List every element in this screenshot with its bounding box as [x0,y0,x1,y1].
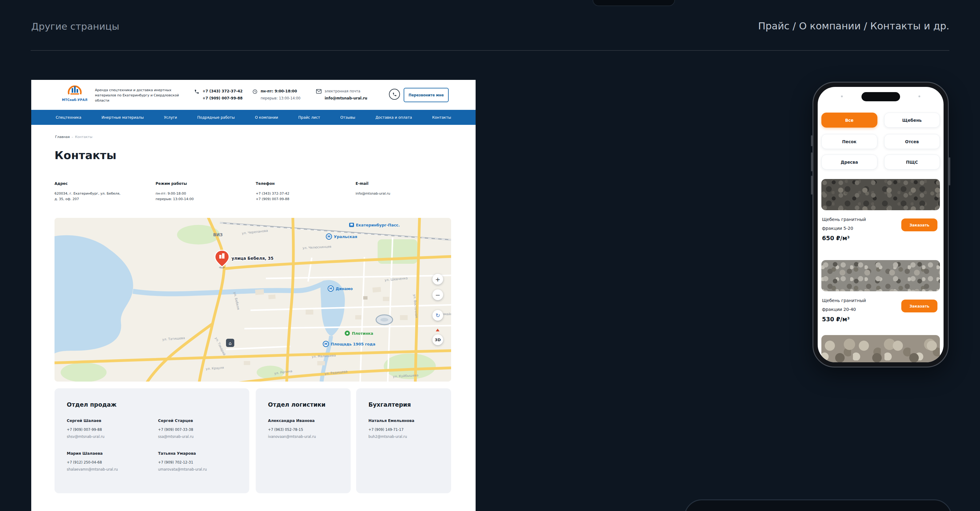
work-break: перерыв: 13:00-14:00 [261,95,301,102]
page-title: Контакты [54,149,116,162]
zoom-out-button[interactable]: − [433,289,443,300]
person-name: Татьяна Умарова [158,451,237,455]
contact-person: Наталья Емельянова +7 (909) 149-71-17 bu… [368,418,439,439]
nav-item-delivery[interactable]: Доставка и оплата [375,115,412,120]
metro-label-dinamo: Динамо [336,286,353,291]
stadium-icon [376,315,393,325]
breadcrumb-separator: – [72,135,73,139]
filter-chip-all[interactable]: Все [821,113,877,128]
nav-item-reviews[interactable]: Отзывы [340,115,355,120]
card-title: Отдел логистики [268,401,339,408]
header-phone-1[interactable]: +7 (343) 372-37-42 [202,88,243,95]
phone-screen: Все Щебень Песок Отсев Дресва ПЩС Щебень… [818,87,943,362]
person-phone[interactable]: +7 (909) 702-12-31 [158,460,237,465]
map[interactable]: ⌂ ВИЗ Екатеринбург-Пасс. М Уральская М [54,218,451,382]
clock-icon [252,89,258,102]
info-email: E-mail info@mtsnab-ural.ru [356,181,390,197]
person-email[interactable]: umarovata@mtsnab-ural.ru [158,467,237,471]
nav-item-uslugi[interactable]: Услуги [164,115,177,120]
info-email-value[interactable]: info@mtsnab-ural.ru [356,191,390,197]
nav-item-about[interactable]: О компании [255,115,278,120]
header-phone-2[interactable]: +7 (909) 007-99-88 [202,95,243,102]
site-header: МТСнаб-УРАЛ Аренда спецтехники и доставк… [31,80,476,110]
header-hours: пн-пт: 9:00-18:00 перерыв: 13:00-14:00 [252,88,301,102]
person-name: Сергей Старцев [158,418,237,423]
product-price-2: 530 ₽/м³ [822,316,850,322]
svg-text:М: М [329,287,332,290]
product-title-1: Щебень гранитный фракции 5-20 [822,215,879,233]
artboard: Другие страницы Прайс / О компании / Кон… [0,0,980,511]
person-phone[interactable]: +7 (912) 250-04-68 [67,460,146,465]
person-phone[interactable]: +7 (909) 149-71-17 [368,427,439,432]
person-phone[interactable]: +7 (963) 052-78-15 [268,427,339,432]
landmark-label: Плотинка [352,331,373,336]
mail-icon [316,89,321,102]
person-phone[interactable]: +7 (909) 007-33-38 [158,427,237,432]
department-card-logistics: Отдел логистики Александра Иванова +7 (9… [256,388,351,493]
logo-text: МТСнаб-УРАЛ [60,98,89,102]
person-email[interactable]: ivanovaan@mtsnab-ural.ru [268,435,339,439]
contact-info-row: Адрес 620034, г. Екатеринбург, ул. Бебел… [54,181,451,212]
zoom-in-button[interactable]: + [433,274,443,284]
whatsapp-icon[interactable] [389,89,400,100]
nav-item-spectehnika[interactable]: Спецтехника [56,115,81,120]
filter-chip-otsev[interactable]: Отсев [884,134,940,149]
section-pages-label: Прайс / О компании / Контакты и др. [758,20,950,32]
breadcrumb-current: Контакты [75,135,92,139]
product-image-2 [821,260,940,291]
filter-chip-pshchs[interactable]: ПЩС [884,154,940,170]
filter-chip-pesok[interactable]: Песок [821,134,877,149]
contact-person: Александра Иванова +7 (963) 052-78-15 iv… [268,418,339,439]
partial-phone-top [593,0,675,6]
mute-switch [811,135,813,146]
person-email[interactable]: shsv@mtsnab-ural.ru [67,435,146,439]
order-button-2[interactable]: Заказать [901,300,937,313]
phone-mockup: Все Щебень Песок Отсев Дресва ПЩС Щебень… [813,82,949,368]
callback-button[interactable]: Перезвоните мне [404,88,449,102]
person-name: Александра Иванова [268,418,339,423]
contact-person: Сергей Шалаев +7 (909) 007-99-88 shsv@mt… [67,418,146,439]
nav-item-inert-materials[interactable]: Инертные материалы [101,115,144,120]
department-card-sales: Отдел продаж Сергей Шалаев +7 (909) 007-… [54,388,249,493]
department-card-accounting: Бухгалтерия Наталья Емельянова +7 (909) … [356,388,451,493]
departments-row: Отдел продаж Сергей Шалаев +7 (909) 007-… [54,388,451,493]
person-email[interactable]: buh2@mtsnab-ural.ru [368,435,439,439]
info-phone-1[interactable]: +7 (343) 372-37-42 [256,191,290,197]
tilt-up-icon[interactable] [436,328,439,332]
filter-row-3: Дресва ПЩС [821,154,940,170]
divider [30,50,950,51]
person-name: Наталья Емельянова [368,418,439,423]
person-email[interactable]: ssa@mtsnab-ural.ru [158,435,237,439]
station-label: Екатеринбург-Пасс. [356,223,400,227]
filter-row-2: Песок Отсев [821,134,940,149]
product-title-2: Щебень гранитный фракции 20-40 [822,296,879,314]
breadcrumb-home[interactable]: Главная [55,135,70,139]
nav-item-price[interactable]: Прайс лист [298,115,320,120]
person-email[interactable]: shalaevamn@mtsnab-ural.ru [67,467,146,471]
nav-item-podryad[interactable]: Подрядные работы [197,115,235,120]
volume-down-button [811,176,813,195]
building-poi-icon[interactable]: ⌂ [226,339,234,347]
product-price-1: 650 ₽/м³ [822,235,850,241]
person-phone[interactable]: +7 (909) 007-99-88 [67,427,146,432]
order-button-1[interactable]: Заказать [901,219,937,231]
svg-text:М: М [328,235,331,238]
district-label: ВИЗ [213,232,223,237]
card-title: Отдел продаж [67,401,237,408]
3d-mode-button[interactable]: 3D [433,335,443,345]
product-image-1 [821,179,940,210]
filter-row-1: Все Щебень [821,113,940,128]
status-dot-right [918,95,920,97]
pin-label: улица Бебеля, 35 [232,256,274,261]
info-phone-2[interactable]: +7 (909) 007-99-88 [256,197,290,202]
filter-chip-shcheben[interactable]: Щебень [884,113,940,128]
email-caption: электронная почта [325,88,367,95]
nav-item-contacts[interactable]: Контакты [432,115,451,120]
rail-station-icon [349,223,354,227]
email-link[interactable]: info@mtsnab-ural.ru [325,95,367,102]
site-logo[interactable]: МТСнаб-УРАЛ [60,84,89,102]
filter-chip-dresva[interactable]: Дресва [821,154,877,170]
header-phones: +7 (343) 372-37-42 +7 (909) 007-99-88 [194,88,243,102]
map-canvas: ⌂ ВИЗ Екатеринбург-Пасс. М Уральская М [54,218,451,382]
compass-button[interactable]: ↻ [433,310,443,321]
